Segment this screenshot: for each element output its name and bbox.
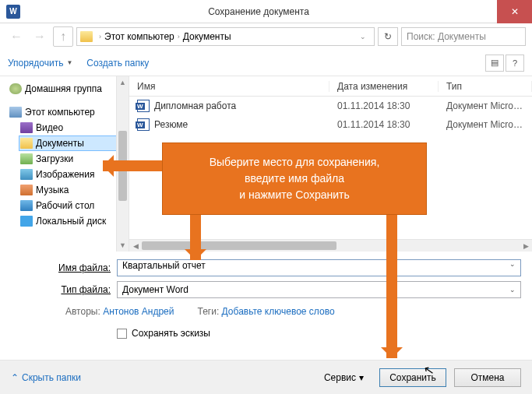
tree-documents[interactable]: Документы [19, 135, 125, 151]
scroll-up-icon[interactable]: ▲ [117, 76, 129, 89]
filename-label: Имя файла: [55, 262, 117, 273]
tree-label: Домашняя группа [25, 83, 102, 94]
folder-icon [80, 31, 93, 42]
scroll-down-icon[interactable]: ▼ [117, 239, 129, 252]
file-name: Дипломная работа [154, 100, 236, 111]
col-name[interactable]: Имя [129, 81, 329, 92]
cancel-button[interactable]: Отмена [454, 368, 521, 387]
thumbnails-label: Сохранять эскизы [132, 328, 210, 339]
chevron-down-icon: ⌄ [509, 286, 516, 294]
tree-label: Локальный диск [36, 216, 106, 227]
navbar: ← → ↑ › Этот компьютер › Документы ⌄ ↻ П… [0, 23, 532, 50]
tree-music[interactable]: Музыка [19, 182, 125, 198]
disk-icon [20, 216, 33, 227]
tree-homegroup[interactable]: Домашняя группа [8, 81, 125, 97]
refresh-button[interactable]: ↻ [378, 27, 398, 46]
back-button[interactable]: ← [6, 26, 26, 47]
filetype-value: Документ Word [122, 284, 188, 295]
save-form: Имя файла: Квартальный отчет ⌄ Тип файла… [0, 252, 532, 339]
file-date: 01.11.2014 18:30 [329, 100, 439, 111]
new-folder-button[interactable]: Создать папку [86, 58, 149, 69]
tags-label: Теги: [198, 306, 220, 317]
file-date: 01.11.2014 18:30 [329, 119, 439, 130]
file-name: Резюме [154, 119, 188, 130]
pc-icon [9, 107, 22, 118]
tree-video[interactable]: Видео [19, 120, 125, 135]
footer: ⌃ Скрыть папки Сервис ▾ Сохранить Отмена [0, 360, 532, 394]
file-header: Имя Дата изменения Тип [129, 76, 532, 97]
callout-line: и нажмите Сохранить [177, 187, 412, 203]
toolbar: Упорядочить ▼ Создать папку ▤ ? [0, 50, 532, 76]
callout-line: введите имя файла [177, 171, 412, 187]
callout-arrow-save [386, 198, 397, 358]
homegroup-icon [9, 83, 22, 94]
callout-arrow-left [103, 160, 164, 171]
chevron-up-icon: ⌃ [11, 372, 19, 383]
callout-line: Выберите место для сохранения, [177, 154, 412, 171]
authors-label: Авторы: [65, 306, 100, 317]
tree-label: Загрузки [36, 153, 73, 164]
instruction-callout: Выберите место для сохранения, введите и… [162, 142, 427, 215]
tools-label: Сервис [324, 372, 356, 383]
tags-value[interactable]: Добавьте ключевое слово [222, 306, 335, 317]
tree-label: Видео [36, 122, 63, 133]
filetype-label: Тип файла: [55, 284, 117, 295]
forward-button[interactable]: → [30, 26, 50, 47]
tree-localdisk[interactable]: Локальный диск [19, 213, 125, 229]
file-row[interactable]: Резюме 01.11.2014 18:30 Документ Micros.… [129, 115, 532, 134]
breadcrumb-pc[interactable]: Этот компьютер [104, 31, 174, 42]
file-type: Документ Micros... [439, 100, 532, 111]
hide-folders-button[interactable]: ⌃ Скрыть папки [11, 372, 81, 383]
tree-label: Изображения [36, 169, 94, 180]
col-date[interactable]: Дата изменения [329, 81, 439, 92]
breadcrumb-dropdown[interactable]: ⌄ [355, 33, 371, 40]
word-icon: W [6, 5, 20, 19]
window-title: Сохранение документа [20, 6, 497, 17]
tools-button[interactable]: Сервис ▾ [324, 372, 364, 383]
chevron-down-icon: ▾ [359, 372, 364, 383]
filetype-select[interactable]: Документ Word ⌄ [117, 281, 521, 298]
filename-input[interactable]: Квартальный отчет ⌄ [117, 259, 521, 276]
scroll-left-icon[interactable]: ◀ [129, 240, 142, 252]
organize-button[interactable]: Упорядочить ▼ [8, 58, 72, 69]
col-type[interactable]: Тип [439, 81, 532, 92]
hide-folders-label: Скрыть папки [22, 372, 81, 383]
tree-this-pc[interactable]: Этот компьютер [8, 104, 125, 120]
desktop-icon [20, 200, 33, 211]
tree-label: Этот компьютер [25, 107, 95, 118]
chevron-down-icon: ▼ [66, 59, 72, 66]
images-icon [20, 169, 33, 180]
folder-icon [20, 138, 33, 149]
titlebar: W Сохранение документа ✕ [0, 0, 532, 23]
scroll-thumb[interactable] [142, 241, 336, 250]
breadcrumb-sep: › [178, 33, 180, 40]
breadcrumb[interactable]: › Этот компьютер › Документы ⌄ [76, 27, 375, 46]
word-doc-icon [137, 118, 150, 131]
tree-label: Рабочий стол [36, 200, 94, 211]
tree-label: Документы [36, 138, 84, 149]
breadcrumb-documents[interactable]: Документы [183, 31, 231, 42]
thumbnails-checkbox[interactable] [117, 329, 127, 339]
tree-label: Музыка [36, 185, 69, 195]
close-button[interactable]: ✕ [497, 0, 532, 23]
scroll-right-icon[interactable]: ▶ [520, 240, 532, 252]
breadcrumb-sep: › [99, 33, 101, 40]
help-button[interactable]: ? [506, 55, 524, 72]
music-icon [20, 185, 33, 195]
chevron-down-icon[interactable]: ⌄ [509, 260, 516, 268]
file-type: Документ Micros... [439, 119, 532, 130]
up-button[interactable]: ↑ [53, 26, 73, 47]
save-button[interactable]: Сохранить [379, 368, 446, 387]
file-row[interactable]: Дипломная работа 01.11.2014 18:30 Докуме… [129, 97, 532, 115]
tree-desktop[interactable]: Рабочий стол [19, 198, 125, 213]
search-input[interactable]: Поиск: Документы [401, 27, 526, 46]
downloads-icon [20, 153, 33, 164]
video-icon [20, 122, 33, 133]
authors-value[interactable]: Антонов Андрей [103, 306, 174, 317]
view-mode-button[interactable]: ▤ [485, 55, 504, 72]
word-doc-icon [137, 100, 150, 112]
organize-label: Упорядочить [8, 58, 63, 69]
